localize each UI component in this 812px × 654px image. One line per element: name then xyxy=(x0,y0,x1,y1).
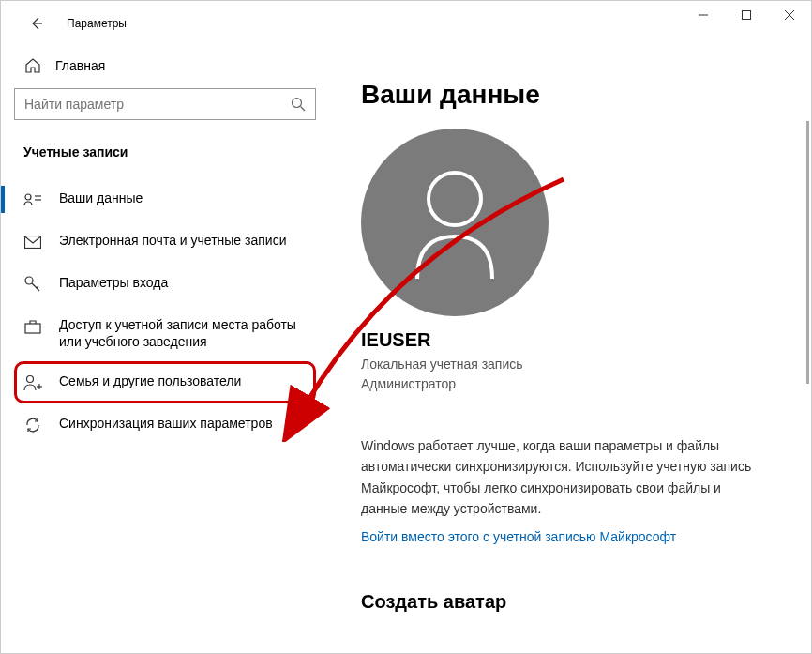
home-link[interactable]: Главная xyxy=(14,46,316,88)
svg-rect-2 xyxy=(743,11,751,20)
add-person-icon xyxy=(23,373,42,392)
sidebar-item-label: Семья и другие пользователи xyxy=(59,373,241,389)
svg-point-11 xyxy=(25,277,33,284)
back-button[interactable] xyxy=(18,5,55,42)
sidebar: Главная Учетные записи Ваши данные Элект… xyxy=(1,46,329,653)
sidebar-item-sync[interactable]: Синхронизация ваших параметров xyxy=(14,403,316,446)
sidebar-item-label: Доступ к учетной записи места работы или… xyxy=(59,316,307,350)
avatar xyxy=(361,129,549,316)
search-box[interactable] xyxy=(14,88,316,120)
sync-icon xyxy=(23,416,42,434)
maximize-button[interactable] xyxy=(725,1,768,29)
mail-icon xyxy=(23,233,42,251)
sidebar-item-label: Электронная почта и учетные записи xyxy=(59,232,286,249)
svg-point-5 xyxy=(293,99,302,108)
signin-microsoft-link[interactable]: Войти вместо этого с учетной записью Май… xyxy=(361,529,779,544)
svg-rect-14 xyxy=(25,324,40,333)
create-avatar-heading: Создать аватар xyxy=(361,591,779,613)
home-label: Главная xyxy=(55,58,105,73)
home-icon xyxy=(23,56,42,75)
page-title: Ваши данные xyxy=(361,80,779,110)
briefcase-icon xyxy=(23,317,42,336)
search-input[interactable] xyxy=(24,97,291,112)
account-type-local: Локальная учетная запись xyxy=(361,355,779,374)
main-content: Ваши данные IEUSER Локальная учетная зап… xyxy=(329,46,811,653)
svg-point-7 xyxy=(25,194,31,200)
account-type-admin: Администратор xyxy=(361,374,779,394)
sidebar-item-work-access[interactable]: Доступ к учетной записи места работы или… xyxy=(14,305,316,361)
sync-description: Windows работает лучше, когда ваши парам… xyxy=(361,435,764,520)
sidebar-item-label: Параметры входа xyxy=(59,274,168,291)
svg-line-6 xyxy=(301,107,306,112)
svg-point-18 xyxy=(429,173,481,225)
sidebar-item-label: Ваши данные xyxy=(59,190,143,206)
username: IEUSER xyxy=(361,329,779,351)
close-button[interactable] xyxy=(768,1,811,29)
sidebar-item-family[interactable]: Семья и другие пользователи xyxy=(14,361,316,403)
key-icon xyxy=(23,275,42,294)
category-heading: Учетные записи xyxy=(14,137,316,178)
window-title: Параметры xyxy=(67,17,127,30)
sidebar-item-email[interactable]: Электронная почта и учетные записи xyxy=(14,221,316,263)
minimize-button[interactable] xyxy=(682,1,725,29)
sidebar-item-label: Синхронизация ваших параметров xyxy=(59,415,273,432)
person-card-icon xyxy=(23,190,42,209)
search-icon xyxy=(291,97,306,112)
svg-line-13 xyxy=(37,286,38,288)
svg-point-15 xyxy=(27,376,34,383)
sidebar-item-your-info[interactable]: Ваши данные xyxy=(14,178,316,221)
sidebar-item-signin-options[interactable]: Параметры входа xyxy=(14,263,316,305)
scrollbar[interactable] xyxy=(806,121,809,384)
